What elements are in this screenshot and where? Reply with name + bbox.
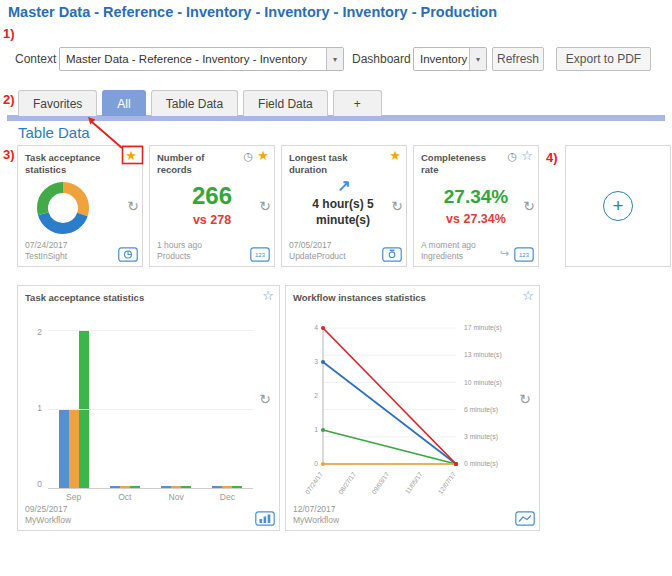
bar-x-label: Nov (161, 492, 191, 502)
refresh-icon[interactable]: ↻ (519, 391, 531, 407)
bar-y-label: 2 (37, 327, 42, 337)
tab-all[interactable]: All (102, 90, 145, 116)
card-title: Task acceptance statistics (25, 292, 244, 304)
number-widget-icon[interactable]: 123 (250, 247, 270, 262)
tab-favorites[interactable]: Favorites (18, 90, 97, 116)
favorite-star-icon[interactable]: ☆ (521, 149, 533, 162)
tab-field-data[interactable]: Field Data (243, 90, 328, 116)
bar-group-oct (110, 331, 140, 488)
refresh-icon[interactable]: ↻ (523, 198, 535, 214)
svg-text:4: 4 (314, 324, 318, 331)
bar-plot (48, 331, 253, 489)
card-longest-task-duration: Longest task duration ★ ↗ 4 hour(s) 5 mi… (281, 145, 407, 267)
card-title: Longest task duration (289, 152, 371, 176)
chevron-down-icon: ▾ (469, 48, 486, 70)
refresh-icon[interactable]: ↻ (259, 391, 271, 407)
card-title: Task acceptance statistics (25, 152, 107, 176)
tab-add[interactable]: + (333, 90, 382, 116)
card-source: Ingredients (421, 251, 463, 261)
favorite-star-icon[interactable]: ★ (125, 149, 137, 162)
bar-x-label: Oct (110, 492, 140, 502)
history-icon[interactable]: ◷ (507, 150, 517, 163)
favorite-star-icon[interactable]: ☆ (262, 289, 274, 302)
svg-text:10 minute(s): 10 minute(s) (464, 379, 502, 387)
card-title: Number of records (157, 152, 239, 176)
card-source: MyWorkflow (293, 515, 339, 525)
svg-text:0: 0 (314, 460, 318, 467)
bar-green-sep (79, 331, 89, 488)
bar-xlabels: SepOctNovDec (48, 492, 253, 502)
history-icon[interactable]: ◷ (243, 150, 253, 163)
dashboard-label: Dashboard (352, 52, 411, 66)
refresh-icon[interactable]: ↻ (391, 198, 403, 214)
svg-text:2: 2 (314, 392, 318, 399)
svg-text:123: 123 (519, 252, 530, 258)
kpi-value: 4 hour(s) 5 minute(s) (294, 196, 392, 228)
svg-text:09/03/17: 09/03/17 (370, 470, 390, 495)
card-title: Workflow instances statistics (293, 292, 504, 304)
svg-text:1: 1 (314, 426, 318, 433)
card-add-new-widget: + (565, 145, 671, 267)
bar-blue-nov (161, 486, 171, 488)
card-number-of-records: Number of records ◷ ★ 266 vs 278 ↻ 1 hou… (149, 145, 275, 267)
kpi-value: 266 (150, 182, 274, 210)
card-source: MyWorkflow (25, 515, 71, 525)
card-date: 09/25/2017 (25, 504, 68, 514)
svg-text:07/24/17: 07/24/17 (304, 470, 324, 495)
bar-blue-sep (59, 410, 69, 489)
share-icon[interactable]: ↪ (500, 247, 509, 260)
card-source: TestInSight (25, 251, 67, 261)
annotation-1: 1) (3, 26, 15, 41)
bar-orange-oct (120, 486, 130, 488)
card-date: 12/07/2017 (293, 504, 336, 514)
favorite-star-icon[interactable]: ☆ (522, 289, 534, 302)
card-date: 07/05/2017 (289, 240, 332, 250)
annotation-4: 4) (546, 150, 558, 165)
bar-x-label: Sep (59, 492, 89, 502)
toolbar: Context Master Data - Reference - Invent… (0, 46, 672, 72)
svg-text:6 minute(s): 6 minute(s) (464, 406, 498, 414)
svg-text:3: 3 (314, 358, 318, 365)
bar-y-label: 1 (37, 403, 42, 413)
bar-gridline (48, 330, 253, 331)
card-date: 07/24/2017 (25, 240, 68, 250)
chevron-down-icon: ▾ (326, 48, 343, 70)
donut-chart (37, 182, 89, 234)
line-chart-icon[interactable] (515, 511, 535, 526)
bar-y-label: 0 (37, 479, 42, 489)
refresh-icon[interactable]: ↻ (127, 198, 139, 214)
bar-orange-sep (69, 410, 79, 489)
card-task-acceptance-donut: Task acceptance statistics ★ ↻ 07/24/201… (17, 145, 143, 267)
number-widget-icon[interactable]: 123 (514, 247, 534, 262)
bar-group-nov (161, 331, 191, 488)
favorite-star-icon[interactable]: ★ (389, 149, 401, 162)
card-source: UpdateProduct (289, 251, 346, 261)
svg-text:13 minute(s): 13 minute(s) (464, 351, 502, 359)
refresh-icon[interactable]: ↻ (259, 198, 271, 214)
camera-icon[interactable] (382, 247, 402, 262)
refresh-button[interactable]: Refresh (492, 47, 544, 71)
bar-orange-dec (222, 486, 232, 488)
bar-chart-icon[interactable] (255, 511, 275, 526)
card-task-acceptance-bar: Task acceptance statistics ☆ 210 SepOctN… (17, 285, 280, 531)
bar-group-dec (212, 331, 242, 488)
bar-gridline (48, 409, 253, 410)
bar-blue-dec (212, 486, 222, 488)
add-widget-button[interactable]: + (603, 191, 633, 221)
svg-text:0 minute(s): 0 minute(s) (464, 460, 498, 468)
context-dropdown[interactable]: Master Data - Reference - Inventory - In… (59, 47, 344, 71)
bar-orange-nov (171, 486, 181, 488)
svg-text:11/05/17: 11/05/17 (404, 470, 424, 495)
dashboard-dropdown-value: Inventory (414, 53, 469, 65)
dashboard-dropdown[interactable]: Inventory ▾ (413, 47, 487, 71)
favorite-star-icon[interactable]: ★ (257, 149, 269, 162)
annotation-3: 3) (3, 147, 15, 162)
card-time: 1 hours ago (157, 240, 202, 250)
page-title: Master Data - Reference - Inventory - In… (8, 4, 497, 20)
pie-widget-icon[interactable] (118, 247, 138, 262)
tab-table-data[interactable]: Table Data (151, 90, 238, 116)
export-pdf-button[interactable]: Export to PDF (556, 47, 651, 71)
card-title: Completeness rate (421, 152, 503, 176)
bar-green-nov (181, 486, 191, 488)
dashboard-page: Master Data - Reference - Inventory - In… (0, 0, 672, 576)
